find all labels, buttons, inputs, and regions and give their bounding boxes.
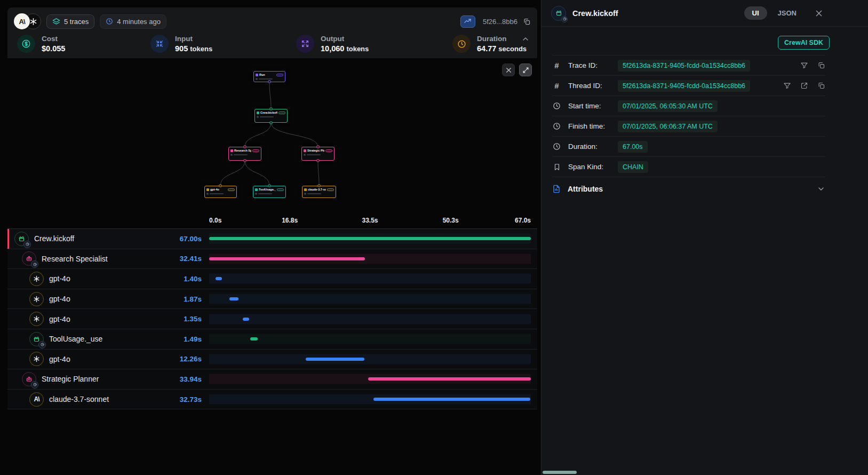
- clock-icon: [552, 122, 561, 130]
- sidebar-close-button[interactable]: [815, 9, 823, 18]
- field-value[interactable]: 67.00s: [618, 141, 648, 153]
- copy-icon[interactable]: [817, 82, 825, 90]
- span-fields: #Trace ID:5f2613da-8371-9405-fcdd-0a1534…: [552, 55, 825, 177]
- close-icon: [815, 9, 823, 18]
- clock-icon: [552, 102, 561, 110]
- span-bar: [250, 337, 257, 341]
- external-link-icon[interactable]: [800, 82, 808, 90]
- graph-node-gpt-4o[interactable]: gpt-4o: [204, 186, 237, 198]
- copy-icon[interactable]: [817, 61, 825, 69]
- edge-connector: [317, 146, 320, 148]
- span-row-research-specialist[interactable]: Research Specialist32.41s: [7, 249, 537, 270]
- span-row-toolusage-use[interactable]: ToolUsage._use1.49s: [7, 329, 537, 350]
- field-value[interactable]: 07/01/2025, 06:05:30 AM UTC: [618, 100, 718, 112]
- node-label: claude-3.7-sonnet: [308, 188, 326, 191]
- span-duration: 33.94s: [180, 375, 209, 383]
- stat-duration: Duration 64.77 seconds: [452, 35, 528, 53]
- node-badge: [228, 188, 235, 191]
- tab-json[interactable]: JSON: [778, 9, 797, 17]
- expand-icon: [522, 67, 529, 74]
- span-row-crew-kickoff[interactable]: Crew.kickoff67.00s: [7, 229, 537, 249]
- field-row-trace-id: #Trace ID:5f2613da-8371-9405-fcdd-0a1534…: [552, 56, 825, 76]
- tool-icon: [29, 332, 44, 346]
- axis-tick: 16.8s: [282, 217, 298, 224]
- sidebar-header: Crew.kickoff UI JSON: [541, 0, 868, 27]
- arrows-in-icon: [150, 35, 169, 53]
- span-name: claude-3.7-sonnet: [49, 395, 109, 403]
- field-value[interactable]: 5f2613da-8371-9405-fcdd-0a1534cc8bb6: [618, 80, 750, 92]
- edge-connector: [244, 160, 246, 162]
- span-bar: [209, 237, 531, 240]
- attributes-section[interactable]: Attributes: [552, 177, 825, 201]
- span-timeline: [209, 309, 531, 329]
- graph-node-toolusage-use[interactable]: ToolUsage._use: [253, 186, 286, 198]
- span-bar: [216, 277, 222, 280]
- span-row-strategic-planner[interactable]: Strategic Planner33.94s: [7, 369, 537, 390]
- tab-ui[interactable]: UI: [744, 6, 767, 20]
- horizontal-scrollbar-thumb[interactable]: [543, 471, 577, 474]
- node-label: ToolUsage._use: [259, 188, 276, 191]
- openai-icon: [29, 292, 44, 306]
- field-row-finish-time: Finish time:07/01/2025, 06:06:37 AM UTC: [552, 116, 825, 137]
- field-value[interactable]: 07/01/2025, 06:06:37 AM UTC: [618, 121, 718, 132]
- stat-cost: Cost $0.055: [17, 35, 150, 53]
- agent-icon: [22, 372, 36, 386]
- span-bar: [243, 318, 249, 321]
- bookmark-icon: [552, 163, 561, 171]
- trace-panel: A\ 5 traces: [0, 0, 541, 475]
- graph-expand-button[interactable]: [519, 64, 532, 76]
- stat-cost-label: Cost: [42, 35, 65, 43]
- span-row-gpt-4o[interactable]: gpt-4o1.40s: [7, 269, 537, 289]
- agentops-mini-badge-icon: [23, 241, 31, 248]
- metrics-button[interactable]: [460, 15, 475, 28]
- stat-output: Output 10,060 tokens: [296, 35, 452, 53]
- crew-span-icon: [551, 6, 566, 21]
- node-badge: [325, 149, 332, 152]
- traces-badge[interactable]: 5 traces: [46, 14, 94, 29]
- span-row-gpt-4o[interactable]: gpt-4o1.87s: [7, 289, 537, 310]
- node-badge: [252, 149, 259, 152]
- filter-icon[interactable]: [783, 82, 791, 90]
- span-row-gpt-4o[interactable]: gpt-4o12.26s: [7, 350, 537, 370]
- clock-icon: [106, 18, 113, 25]
- node-badge: [277, 188, 284, 191]
- field-value[interactable]: CHAIN: [618, 161, 648, 173]
- span-duration: 1.40s: [184, 275, 209, 283]
- collapse-stats-button[interactable]: [521, 35, 530, 43]
- span-row-claude-3-7-sonnet[interactable]: A\claude-3.7-sonnet32.73s: [7, 390, 537, 410]
- field-value[interactable]: 5f2613da-8371-9405-fcdd-0a1534cc8bb6: [618, 60, 750, 72]
- graph-close-button[interactable]: [502, 64, 515, 76]
- chevron-down-icon[interactable]: [817, 185, 825, 193]
- clock-icon: [552, 142, 561, 151]
- node-subtext: [206, 193, 235, 195]
- span-name: gpt-4o: [49, 295, 70, 303]
- stat-output-label: Output: [321, 35, 369, 43]
- graph-node-crew-kickoff[interactable]: Crew.kickoff: [254, 109, 288, 123]
- agent-icon: [22, 251, 36, 266]
- span-name: Research Specialist: [42, 255, 108, 263]
- filter-icon[interactable]: [800, 61, 808, 69]
- span-name: gpt-4o: [49, 274, 70, 283]
- trace-id-short: 5f26...8bb6: [483, 18, 517, 26]
- node-type-icon: [304, 149, 306, 152]
- graph-node-strategic-planner[interactable]: Strategic Planner: [301, 147, 335, 161]
- copy-trace-id-button[interactable]: [523, 18, 531, 26]
- span-bar: [368, 377, 531, 381]
- span-row-gpt-4o[interactable]: gpt-4o1.35s: [7, 309, 537, 329]
- time-axis: 0.0s16.8s33.5s50.3s67.0s: [7, 216, 537, 228]
- anthropic-icon: A\: [29, 392, 44, 407]
- graph-node-research-speciali-[interactable]: Research Speciali...: [228, 147, 261, 161]
- field-label: Span Kind:: [568, 163, 618, 171]
- span-name: gpt-4o: [49, 315, 70, 323]
- stat-cost-value: $0.055: [42, 44, 65, 53]
- span-track: [209, 314, 531, 324]
- graph-node-claude-3-7-sonnet[interactable]: claude-3.7-sonnet: [302, 186, 336, 198]
- axis-tick: 67.0s: [515, 217, 531, 224]
- trace-graph[interactable]: RunCrew.kickoffResearch Speciali...Strat…: [7, 58, 537, 209]
- node-subtext: [255, 193, 284, 195]
- node-subtext: [304, 154, 332, 156]
- stat-duration-label: Duration: [477, 35, 527, 43]
- span-duration: 67.00s: [180, 235, 209, 243]
- close-icon: [505, 67, 512, 74]
- sdk-badge: CrewAI SDK: [778, 36, 830, 50]
